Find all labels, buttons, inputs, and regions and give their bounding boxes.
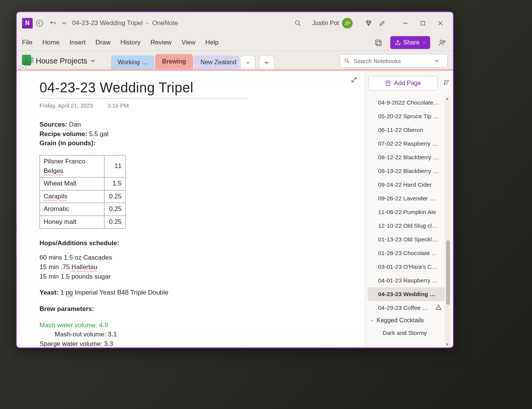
menu-insert[interactable]: Insert [70,39,86,46]
svg-rect-4 [377,41,382,46]
page-list-item[interactable]: 12-10-22 Old Slug cl… [367,219,445,233]
table-row: Aromatic0.25 [40,203,126,216]
page-list-item[interactable]: 08-13-22 Blackberry … [367,164,445,178]
add-page-label: Add Page [394,80,421,87]
page-canvas[interactable]: 04-23-23 Wedding Tripel Friday, April 21… [17,71,365,347]
page-time: 3:16 PM [108,102,129,109]
page-list-item[interactable]: 04-9-2022 Chocolate… [367,96,445,109]
customize-qat-button[interactable] [60,16,68,30]
page-date: Friday, April 21, 2023 [40,102,93,109]
page-list-item[interactable]: 04-29-23 Coffee … [367,301,445,315]
maximize-button[interactable] [414,16,432,30]
page-title[interactable]: 04-23-23 Wedding Tripel [40,80,247,98]
page-list-panel: Add Page 04-9-2022 Chocolate…05-20-22 Sp… [365,71,453,347]
page-list-item[interactable]: 04-01-23 Raspberry … [367,274,445,287]
page-list-item[interactable]: 01-13-23 Old Speckl… [367,233,445,246]
svg-rect-2 [421,21,425,25]
menu-home[interactable]: Home [42,39,59,46]
window-title: 04-23-23 Wedding Tripel - OneNote [72,19,178,27]
add-page-icon [385,80,391,86]
page-list-item[interactable]: 07-02-22 Raspberry … [367,137,445,151]
page-list-item[interactable]: 01-28-23 Chocolate … [367,246,445,260]
share-label: Share [403,39,420,46]
section-tab-add[interactable] [259,55,274,69]
share-button[interactable]: Share [390,36,430,49]
page-list-item[interactable]: 09-24-22 Hard Cider [367,178,445,192]
page-meta: Friday, April 21, 2023 3:16 PM [40,102,357,109]
page-list-item[interactable]: 06-11-22 Oberon [367,123,445,137]
page-list-item[interactable]: 08-12-22 Blackberry … [367,151,445,164]
svg-point-1 [295,21,299,24]
section-tab-more[interactable] [240,55,255,69]
main-area: 04-23-23 Wedding Tripel Friday, April 21… [17,71,453,347]
menu-file[interactable]: File [22,39,32,46]
onenote-app-icon: N [22,18,33,29]
scrollbar-thumb[interactable] [446,240,450,305]
page-body[interactable]: Sources: Dan Recipe volume: 5.5 gal Grai… [40,120,357,347]
user-avatar[interactable]: JP [342,18,353,29]
conflict-warning-icon [435,304,442,312]
sort-pages-icon[interactable] [443,79,450,86]
page-list-item[interactable]: 04-23-23 Wedding … [367,287,445,301]
full-page-view-icon[interactable] [350,76,358,84]
menu-history[interactable]: History [120,39,141,46]
close-button[interactable] [432,16,449,30]
notebook-dropdown-icon[interactable] [90,58,96,64]
diamond-icon[interactable] [362,16,375,30]
menu-review[interactable]: Review [150,39,172,46]
menu-help[interactable]: Help [205,39,218,46]
ribbon-menu: File Home Insert Draw History Review Vie… [17,34,453,51]
search-placeholder: Search Notebooks [354,58,401,64]
sync-status-icon: ⟳ [20,65,26,71]
app-window: N 04-23-23 Wedding Tripel - OneNote Just… [16,11,454,348]
page-list-item[interactable]: Dark and Stormy [367,326,445,340]
section-tab-brewing[interactable]: Brewing [155,54,193,69]
svg-point-0 [36,20,43,27]
table-row: Pilsner Franco Belges11 [40,155,126,177]
section-tabs: Working … Brewing New Zealand [111,54,275,69]
search-button[interactable] [291,16,305,30]
search-input[interactable]: Search Notebooks [340,54,448,68]
title-bar: N 04-23-23 Wedding Tripel - OneNote Just… [17,12,453,34]
page-list: 04-9-2022 Chocolate…05-20-22 Spruce Tip … [367,96,451,347]
scroll-down-icon[interactable] [445,342,450,347]
table-row: Honey malt0.25 [40,216,126,229]
menu-draw[interactable]: Draw [95,39,111,46]
ink-pen-icon[interactable] [375,16,389,30]
svg-point-5 [440,40,443,43]
notebook-icon[interactable] [22,55,31,65]
table-row: Wheat Malt1.5 [40,178,126,190]
add-page-button[interactable]: Add Page [368,76,438,90]
section-tab-working[interactable]: Working … [111,55,155,69]
undo-button[interactable] [46,16,60,30]
notebook-name[interactable]: House Projects [36,57,87,65]
search-icon [344,58,350,64]
notebook-bar: ⟳ House Projects Working … Brewing New Z… [17,51,453,71]
user-name-label: Justin Pot [312,20,339,27]
minimize-button[interactable] [397,16,414,30]
page-list-item[interactable]: 05-20-22 Spruce Tip … [367,109,445,123]
svg-point-7 [345,59,348,62]
page-group-header[interactable]: Kegged Cocktails [367,315,451,326]
scroll-up-icon[interactable] [445,97,450,101]
feed-icon[interactable] [371,36,385,49]
back-button[interactable] [33,16,46,30]
menu-view[interactable]: View [182,39,196,46]
grain-table[interactable]: Pilsner Franco Belges11 Wheat Malt1.5 Ca… [40,155,126,229]
section-tab-new-zealand[interactable]: New Zealand [194,55,239,69]
table-row: Carapils0.25 [40,190,126,203]
svg-point-6 [443,41,445,43]
page-list-item[interactable]: 03-01-23 O'Hara's C… [367,260,445,274]
chevron-down-icon [370,318,374,323]
search-scope-dropdown-icon[interactable] [434,58,440,64]
svg-rect-3 [376,40,380,44]
comments-people-icon[interactable] [435,36,449,49]
page-list-item[interactable]: 11-06-22 Pumpkin Ale [367,205,445,219]
scrollbar-track[interactable] [445,96,451,347]
page-list-item[interactable]: 09-26-22 Lavender … [367,192,445,205]
